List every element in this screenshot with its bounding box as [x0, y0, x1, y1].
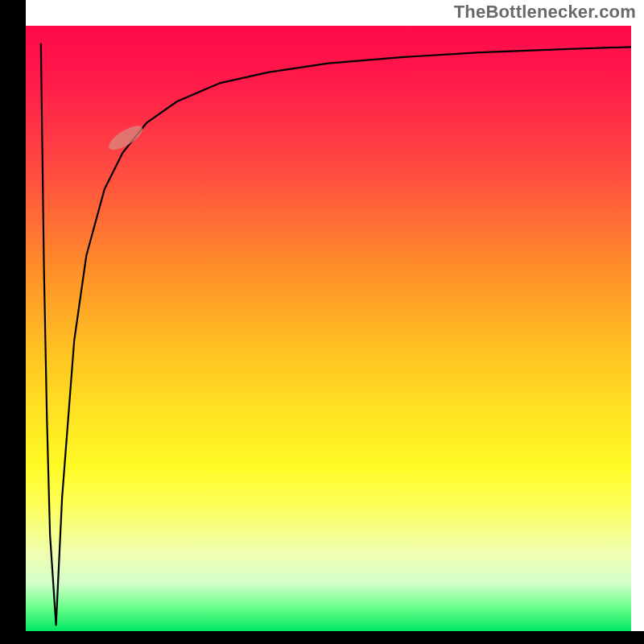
chart-canvas: TheBottlenecker.com: [0, 0, 644, 644]
y-axis-bar: [0, 0, 26, 644]
watermark: TheBottlenecker.com: [454, 2, 636, 23]
x-axis-bar: [0, 631, 644, 644]
plot-area: [26, 26, 631, 631]
